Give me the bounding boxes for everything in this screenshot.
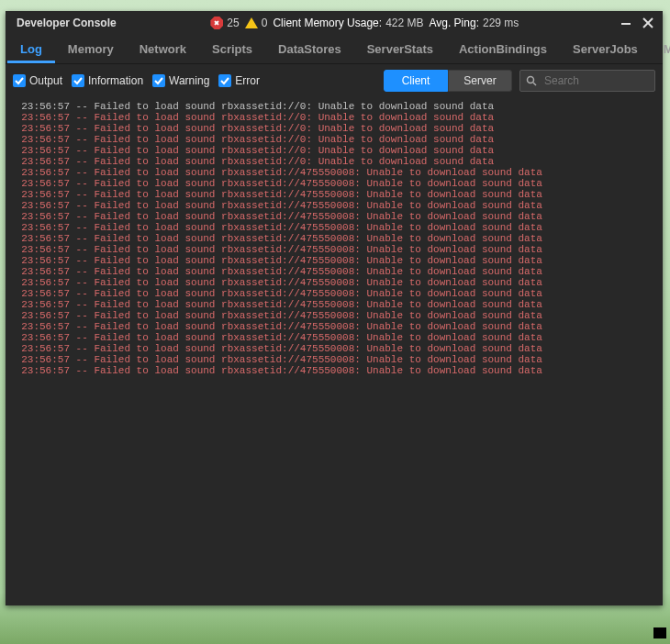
tab-microprofiler[interactable]: MicroProfiler: [651, 35, 670, 63]
toggle-server[interactable]: Server: [448, 70, 512, 92]
log-line: 23:56:57 -- Failed to load sound rbxasse…: [9, 134, 659, 145]
cursor-block: [653, 627, 666, 638]
tab-actionbindings[interactable]: ActionBindings: [446, 35, 560, 63]
svg-line-4: [533, 83, 536, 85]
log-line: 23:56:57 -- Failed to load sound rbxasse…: [9, 277, 659, 288]
tab-serverjobs[interactable]: ServerJobs: [560, 35, 651, 63]
minimize-button[interactable]: [617, 14, 635, 32]
log-line: 23:56:57 -- Failed to load sound rbxasse…: [9, 200, 659, 211]
log-line: 23:56:57 -- Failed to load sound rbxasse…: [9, 112, 659, 123]
log-output[interactable]: 23:56:57 -- Failed to load sound rbxasse…: [6, 97, 663, 605]
log-line: 23:56:57 -- Failed to load sound rbxasse…: [9, 233, 659, 244]
filter-warning-label: Warning: [169, 74, 209, 87]
titlebar: Developer Console 25 0 Client Memory Usa…: [6, 11, 663, 35]
memory-stat: Client Memory Usage: 422 MB: [273, 17, 423, 29]
filter-error[interactable]: Error: [218, 74, 260, 87]
search-input[interactable]: [542, 73, 670, 88]
log-line: 23:56:57 -- Failed to load sound rbxasse…: [9, 145, 659, 156]
log-line: 23:56:57 -- Failed to load sound rbxasse…: [9, 101, 659, 112]
log-line: 23:56:57 -- Failed to load sound rbxasse…: [9, 354, 659, 365]
context-toggle: Client Server: [384, 70, 512, 92]
titlebar-stats: 25 0 Client Memory Usage: 422 MB Avg. Pi…: [117, 17, 613, 29]
close-button[interactable]: [639, 14, 657, 32]
filters: Output Information Warning Error: [13, 74, 260, 87]
warning-count-value: 0: [262, 17, 268, 29]
filter-information[interactable]: Information: [72, 74, 143, 87]
tab-serverstats[interactable]: ServerStats: [354, 35, 446, 63]
error-icon: [210, 17, 223, 29]
search-icon: [526, 75, 537, 86]
log-line: 23:56:57 -- Failed to load sound rbxasse…: [9, 211, 659, 222]
error-count: 25: [210, 17, 239, 29]
log-line: 23:56:57 -- Failed to load sound rbxasse…: [9, 299, 659, 310]
log-line: 23:56:57 -- Failed to load sound rbxasse…: [9, 156, 659, 167]
tab-memory[interactable]: Memory: [55, 35, 127, 63]
checkmark-icon: [152, 74, 165, 87]
log-line: 23:56:57 -- Failed to load sound rbxasse…: [9, 332, 659, 343]
log-line: 23:56:57 -- Failed to load sound rbxasse…: [9, 321, 659, 332]
log-line: 23:56:57 -- Failed to load sound rbxasse…: [9, 244, 659, 255]
log-line: 23:56:57 -- Failed to load sound rbxasse…: [9, 255, 659, 266]
window-title: Developer Console: [17, 17, 117, 29]
filter-output-label: Output: [29, 74, 62, 87]
error-count-value: 25: [227, 17, 239, 29]
ping-label: Avg. Ping:: [429, 17, 478, 29]
tab-scripts[interactable]: Scripts: [199, 35, 265, 63]
log-line: 23:56:57 -- Failed to load sound rbxasse…: [9, 167, 659, 178]
log-line: 23:56:57 -- Failed to load sound rbxasse…: [9, 310, 659, 321]
warning-icon: [245, 17, 258, 28]
controlbar: Output Information Warning Error Client: [6, 64, 663, 97]
svg-point-3: [528, 77, 534, 83]
toggle-client[interactable]: Client: [384, 70, 448, 92]
log-line: 23:56:57 -- Failed to load sound rbxasse…: [9, 365, 659, 376]
tabbar: LogMemoryNetworkScriptsDataStoresServerS…: [6, 35, 663, 64]
tab-datastores[interactable]: DataStores: [265, 35, 354, 63]
filter-output[interactable]: Output: [13, 74, 62, 87]
log-line: 23:56:57 -- Failed to load sound rbxasse…: [9, 222, 659, 233]
warning-count: 0: [245, 17, 268, 29]
log-line: 23:56:57 -- Failed to load sound rbxasse…: [9, 123, 659, 134]
tab-log[interactable]: Log: [7, 35, 55, 63]
log-line: 23:56:57 -- Failed to load sound rbxasse…: [9, 266, 659, 277]
ping-value: 229 ms: [483, 17, 519, 29]
search-box[interactable]: [519, 70, 655, 92]
filter-warning[interactable]: Warning: [152, 74, 209, 87]
tab-network[interactable]: Network: [127, 35, 199, 63]
filter-information-label: Information: [88, 74, 143, 87]
filter-error-label: Error: [235, 74, 260, 87]
checkmark-icon: [72, 74, 84, 87]
log-line: 23:56:57 -- Failed to load sound rbxasse…: [9, 189, 659, 200]
memory-value: 422 MB: [385, 17, 423, 29]
log-line: 23:56:57 -- Failed to load sound rbxasse…: [9, 343, 659, 354]
log-line: 23:56:57 -- Failed to load sound rbxasse…: [9, 178, 659, 189]
ping-stat: Avg. Ping: 229 ms: [429, 17, 519, 29]
checkmark-icon: [218, 74, 231, 87]
log-line: 23:56:57 -- Failed to load sound rbxasse…: [9, 288, 659, 299]
checkmark-icon: [13, 74, 26, 87]
memory-label: Client Memory Usage:: [273, 17, 382, 29]
developer-console-window: Developer Console 25 0 Client Memory Usa…: [6, 11, 663, 605]
